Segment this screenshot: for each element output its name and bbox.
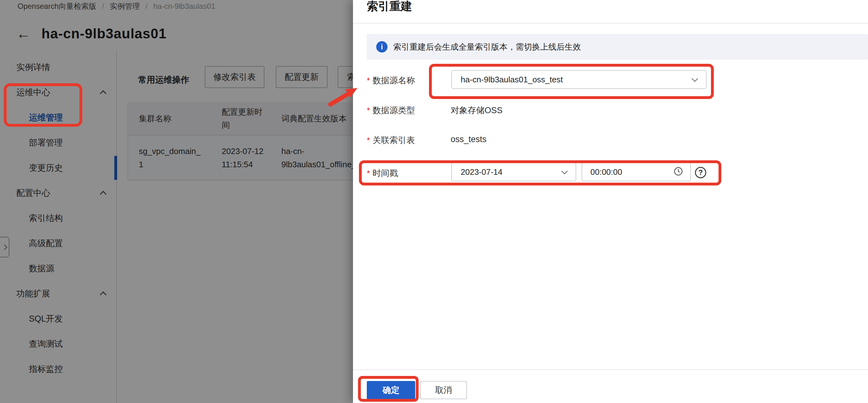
timestamp-date-value: 2023-07-14: [461, 167, 502, 177]
label-text: 数据源类型: [372, 105, 415, 116]
screen: Opensearch向量检索版 / 实例管理 / ha-cn-9lb3aulas…: [0, 0, 868, 403]
label-text: 数据源名称: [372, 75, 415, 86]
label-text: 关联索引表: [372, 135, 415, 146]
chevron-down-icon: [691, 75, 698, 82]
required-mark: *: [367, 106, 370, 115]
timestamp-label: * 时间戳: [367, 168, 398, 179]
related-index-value: oss_tests: [451, 135, 487, 144]
timestamp-time-input[interactable]: 00:00:00: [582, 163, 691, 181]
clock-icon: [673, 166, 683, 178]
datasource-name-value: ha-cn-9lb3aulas01_oss_test: [461, 75, 563, 85]
cancel-button[interactable]: 取消: [420, 381, 467, 399]
datasource-name-select[interactable]: ha-cn-9lb3aulas01_oss_test: [451, 70, 707, 89]
divider: [353, 369, 868, 370]
datasource-type-value: 对象存储OSS: [451, 105, 502, 116]
chevron-down-icon: [561, 168, 568, 174]
drawer-title: 索引重建: [367, 0, 412, 14]
datasource-type-label: * 数据源类型: [367, 105, 415, 116]
label-text: 时间戳: [372, 168, 398, 179]
confirm-button[interactable]: 确定: [367, 381, 415, 399]
info-banner: i 索引重建后会生成全量索引版本，需切换上线后生效: [367, 34, 868, 60]
required-mark: *: [367, 169, 370, 178]
divider: [353, 23, 868, 24]
info-banner-text: 索引重建后会生成全量索引版本，需切换上线后生效: [393, 41, 581, 53]
required-mark: *: [367, 76, 370, 86]
related-index-label: * 关联索引表: [367, 135, 415, 146]
index-rebuild-drawer: 索引重建 i 索引重建后会生成全量索引版本，需切换上线后生效 * 数据源名称 h…: [353, 0, 868, 403]
info-icon: i: [376, 41, 388, 53]
help-icon[interactable]: ?: [695, 167, 706, 178]
required-mark: *: [367, 136, 370, 145]
datasource-name-label: * 数据源名称: [367, 75, 415, 86]
timestamp-date-select[interactable]: 2023-07-14: [451, 163, 576, 181]
timestamp-time-value: 00:00:00: [590, 167, 622, 177]
